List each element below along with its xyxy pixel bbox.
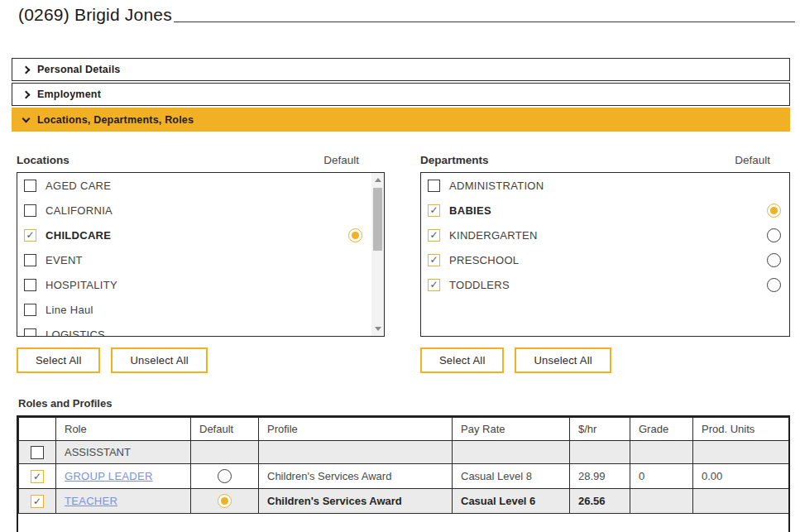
accordion-employment[interactable]: Employment xyxy=(12,83,790,106)
pay-rate-cell: Casual Level 8 xyxy=(453,464,570,489)
list-item: AGED CARE xyxy=(17,173,371,198)
table-empty-area xyxy=(19,514,789,532)
pay-rate-cell: Casual Level 6 xyxy=(453,489,570,514)
header-profile: Profile xyxy=(259,418,453,441)
header-default: Default xyxy=(191,418,259,441)
locations-default-header: Default xyxy=(323,154,385,166)
list-item: CALIFORNIA xyxy=(17,198,371,223)
role-default-radio[interactable] xyxy=(218,469,232,483)
location-label: CALIFORNIA xyxy=(46,204,339,217)
per-hr-cell: 28.99 xyxy=(570,464,630,489)
accordion-personal-details[interactable]: Personal Details xyxy=(12,58,790,81)
list-item: CHILDCARE xyxy=(17,223,371,247)
page-header: (0269) Brigid Jones xyxy=(18,5,795,25)
location-checkbox[interactable] xyxy=(24,229,36,242)
locations-select-all-button[interactable]: Select All xyxy=(17,347,100,373)
location-checkbox[interactable] xyxy=(24,254,36,266)
scroll-down-icon[interactable] xyxy=(371,323,384,335)
department-checkbox[interactable] xyxy=(428,279,440,291)
location-label: LOGISTICS xyxy=(46,328,339,338)
locations-panel: Locations Default AGED CARE CALIFORNIA C… xyxy=(17,154,385,373)
accordion-label: Personal Details xyxy=(37,64,120,75)
department-default-radio[interactable] xyxy=(767,204,781,218)
accordion-label: Employment xyxy=(37,89,101,100)
table-header-row: Role Default Profile Pay Rate $/hr Grade… xyxy=(19,418,789,441)
role-checkbox[interactable] xyxy=(31,470,44,483)
roles-profiles-title: Roles and Profiles xyxy=(18,397,112,410)
pay-rate-cell xyxy=(453,441,570,464)
location-checkbox[interactable] xyxy=(24,180,36,192)
location-label: HOSPITALITY xyxy=(46,279,339,291)
location-checkbox[interactable] xyxy=(24,204,36,217)
accordion-label: Locations, Departments, Roles xyxy=(37,114,194,126)
header-grade: Grade xyxy=(630,418,693,441)
accordion-locations-departments-roles[interactable]: Locations, Departments, Roles xyxy=(12,108,790,132)
department-checkbox[interactable] xyxy=(428,204,440,217)
location-checkbox[interactable] xyxy=(24,328,36,338)
role-link[interactable]: TEACHER xyxy=(65,495,117,507)
list-item: TODDLERS xyxy=(421,272,789,297)
department-label: PRESCHOOL xyxy=(449,254,758,266)
header-select xyxy=(19,418,56,441)
accordion-group: Personal Details Employment Locations, D… xyxy=(12,58,790,133)
role-link[interactable]: GROUP LEADER xyxy=(65,470,153,482)
role-default-radio[interactable] xyxy=(218,494,232,508)
departments-select-all-button[interactable]: Select All xyxy=(420,347,504,373)
location-checkbox[interactable] xyxy=(24,304,36,316)
header-pay-rate: Pay Rate xyxy=(453,418,570,441)
department-default-radio[interactable] xyxy=(767,228,781,242)
roles-profiles-table: Role Default Profile Pay Rate $/hr Grade… xyxy=(17,415,790,532)
list-item: Line Haul xyxy=(17,297,371,322)
location-label: AGED CARE xyxy=(46,180,339,192)
list-item: HOSPITALITY xyxy=(17,272,371,297)
list-item: KINDERGARTEN xyxy=(421,223,789,247)
department-checkbox[interactable] xyxy=(428,229,440,242)
table-row: ASSISSTANT xyxy=(19,441,789,464)
list-item: BABIES xyxy=(421,198,789,223)
department-label: BABIES xyxy=(449,204,758,217)
list-item: LOGISTICS xyxy=(17,322,371,337)
profile-cell: Children's Services Award xyxy=(259,464,453,489)
page-title: (0269) Brigid Jones xyxy=(18,5,172,25)
grade-cell xyxy=(630,489,693,514)
department-checkbox[interactable] xyxy=(428,180,440,192)
scrollbar[interactable] xyxy=(371,173,384,336)
location-label: Line Haul xyxy=(46,304,339,316)
department-label: ADMINISTRATION xyxy=(449,180,758,192)
location-label: EVENT xyxy=(46,254,339,266)
departments-panel: Departments Default ADMINISTRATION BABIE… xyxy=(420,154,790,373)
header-role: Role xyxy=(56,418,191,441)
department-default-radio[interactable] xyxy=(767,278,781,292)
locations-title: Locations xyxy=(17,154,69,166)
table-row: GROUP LEADER Children's Services Award C… xyxy=(19,464,789,489)
locations-listbox: AGED CARE CALIFORNIA CHILDCARE EVENT HOS xyxy=(17,172,385,337)
department-label: KINDERGARTEN xyxy=(449,229,758,242)
role-checkbox[interactable] xyxy=(31,446,44,459)
grade-cell xyxy=(630,441,693,464)
role-checkbox[interactable] xyxy=(31,495,44,508)
department-checkbox[interactable] xyxy=(428,254,440,266)
grade-cell: 0 xyxy=(630,464,693,489)
scroll-up-icon[interactable] xyxy=(371,174,384,186)
location-label: CHILDCARE xyxy=(46,229,339,242)
prod-units-cell xyxy=(693,489,789,514)
department-default-radio[interactable] xyxy=(767,253,781,267)
prod-units-cell xyxy=(693,441,789,464)
location-default-radio[interactable] xyxy=(348,228,362,242)
chevron-right-icon xyxy=(22,90,31,98)
header-per-hr: $/hr xyxy=(570,418,630,441)
scrollbar-thumb[interactable] xyxy=(373,188,382,251)
prod-units-cell: 0.00 xyxy=(693,464,789,489)
locations-unselect-all-button[interactable]: Unselect All xyxy=(111,347,207,373)
table-row: TEACHER Children's Services Award Casual… xyxy=(19,489,789,514)
profile-cell xyxy=(259,441,453,464)
department-label: TODDLERS xyxy=(449,279,758,291)
title-underline xyxy=(174,22,795,22)
departments-unselect-all-button[interactable]: Unselect All xyxy=(515,347,611,373)
location-checkbox[interactable] xyxy=(24,279,36,291)
header-prod-units: Prod. Units xyxy=(693,418,789,441)
role-cell: ASSISSTANT xyxy=(56,441,191,464)
chevron-down-icon xyxy=(22,114,31,122)
departments-default-header: Default xyxy=(735,154,790,166)
list-item: ADMINISTRATION xyxy=(421,173,789,198)
